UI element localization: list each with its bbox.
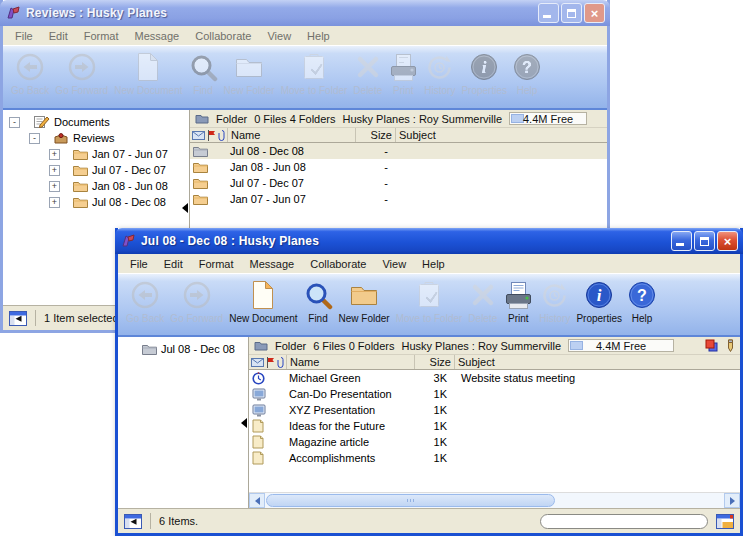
status-progress-box bbox=[540, 514, 708, 529]
column-header-name[interactable]: Name bbox=[228, 128, 356, 142]
menu-message[interactable]: Message bbox=[127, 27, 188, 45]
list-row-can-do-presentation[interactable]: Can-Do Presentation1K bbox=[249, 386, 740, 402]
list-row-jul-07-dec-07[interactable]: Jul 07 - Dec 07- bbox=[190, 175, 607, 191]
list-row-ideas-for-the-future[interactable]: Ideas for the Future1K bbox=[249, 418, 740, 434]
titlebar[interactable]: Reviews : Husky Planes × bbox=[0, 0, 610, 26]
menu-message[interactable]: Message bbox=[242, 255, 303, 273]
toolbar-button-label: Delete bbox=[468, 313, 497, 324]
toggle-pane-icon[interactable] bbox=[124, 514, 142, 529]
close-button[interactable]: × bbox=[717, 231, 738, 251]
document-icon bbox=[252, 419, 264, 433]
row-name: Accomplishments bbox=[287, 452, 415, 464]
toolbar-find-button[interactable]: Find bbox=[301, 277, 336, 326]
toolbar-go-forward-button: Go Forward bbox=[167, 277, 226, 326]
document-icon bbox=[252, 435, 264, 449]
folder-gray-icon bbox=[193, 145, 208, 157]
list-row-jul-08-dec-08[interactable]: Jul 08 - Dec 08- bbox=[190, 143, 607, 159]
titlebar[interactable]: Jul 08 - Dec 08 : Husky Planes × bbox=[115, 228, 743, 254]
tree-item-jul-07-dec-07[interactable]: +Jul 07 - Dec 07 bbox=[3, 162, 181, 178]
column-header-row: Name Size Subject bbox=[249, 355, 740, 370]
panel-splitter[interactable] bbox=[240, 337, 248, 508]
menu-format[interactable]: Format bbox=[191, 255, 242, 273]
column-header-name[interactable]: Name bbox=[287, 355, 415, 369]
list-row-jan-08-jun-08[interactable]: Jan 08 - Jun 08- bbox=[190, 159, 607, 175]
tree-item-jan-08-jun-08[interactable]: +Jan 08 - Jun 08 bbox=[3, 178, 181, 194]
menu-format[interactable]: Format bbox=[76, 27, 127, 45]
collapse-panel-icon[interactable] bbox=[241, 418, 247, 428]
menu-view[interactable]: View bbox=[374, 255, 414, 273]
tree-item-label: Documents bbox=[54, 116, 110, 128]
edit-pencil-icon[interactable] bbox=[726, 339, 735, 352]
toolbar: Go BackGo ForwardNew DocumentFindNew Fol… bbox=[118, 274, 740, 337]
view-pages-icon[interactable] bbox=[705, 339, 718, 352]
toolbar-history-button: History bbox=[421, 49, 458, 98]
expand-toggle[interactable]: + bbox=[49, 181, 60, 192]
menu-file[interactable]: File bbox=[122, 255, 156, 273]
scrollbar-track[interactable] bbox=[265, 493, 724, 508]
flag-icon bbox=[266, 357, 275, 368]
row-subject: Website status meeting bbox=[455, 372, 740, 384]
collapse-panel-icon[interactable] bbox=[182, 203, 188, 213]
maximize-button[interactable] bbox=[694, 231, 715, 251]
toolbar-button-label: Properties bbox=[576, 313, 622, 324]
toolbar-print-button[interactable]: Print bbox=[500, 277, 536, 326]
collapse-toggle[interactable]: - bbox=[9, 117, 20, 128]
folder-icon bbox=[73, 148, 88, 160]
tree-item-jan-07-jun-07[interactable]: +Jan 07 - Jun 07 bbox=[3, 146, 181, 162]
minimize-button[interactable] bbox=[538, 3, 559, 23]
tree-item-reviews[interactable]: -Reviews bbox=[3, 130, 181, 146]
tree-item-documents[interactable]: -Documents bbox=[3, 114, 181, 130]
column-header-size[interactable]: Size bbox=[356, 128, 396, 142]
toolbar-new-document-button[interactable]: New Document bbox=[226, 277, 300, 326]
scrollbar-thumb[interactable] bbox=[266, 494, 555, 507]
list-row-magazine-article[interactable]: Magazine article1K bbox=[249, 434, 740, 450]
menu-help[interactable]: Help bbox=[299, 27, 338, 45]
toolbar-new-folder-button[interactable]: New Folder bbox=[336, 277, 393, 326]
expand-toggle[interactable]: + bbox=[49, 165, 60, 176]
tree-item-label: Jul 07 - Dec 07 bbox=[92, 164, 166, 176]
app-icon bbox=[5, 6, 21, 20]
folder-type-label: Folder bbox=[275, 340, 306, 352]
column-header-size[interactable]: Size bbox=[415, 355, 455, 369]
toolbar-help-button[interactable]: ?Help bbox=[625, 277, 659, 326]
go-back-icon bbox=[131, 279, 159, 311]
clock-icon bbox=[252, 372, 265, 385]
maximize-button[interactable] bbox=[561, 3, 582, 23]
minimize-button[interactable] bbox=[671, 231, 692, 251]
scroll-right-button[interactable] bbox=[724, 493, 740, 508]
toolbar-properties-button[interactable]: iProperties bbox=[573, 277, 625, 326]
go-back-icon bbox=[16, 51, 44, 83]
column-header-subject[interactable]: Subject bbox=[396, 128, 607, 142]
scroll-left-button[interactable] bbox=[249, 493, 265, 508]
menu-collaborate[interactable]: Collaborate bbox=[187, 27, 259, 45]
list-row-xyz-presentation[interactable]: XYZ Presentation1K bbox=[249, 402, 740, 418]
row-name: Jul 07 - Dec 07 bbox=[228, 177, 356, 189]
menu-collaborate[interactable]: Collaborate bbox=[302, 255, 374, 273]
tree-item-jul-08-dec-08[interactable]: Jul 08 - Dec 08 bbox=[118, 341, 240, 357]
toggle-pane-icon[interactable] bbox=[9, 311, 27, 326]
collapse-toggle[interactable]: - bbox=[29, 133, 40, 144]
horizontal-scrollbar[interactable] bbox=[249, 492, 740, 508]
split-view-icon[interactable] bbox=[716, 514, 734, 529]
list-row-accomplishments[interactable]: Accomplishments1K bbox=[249, 450, 740, 466]
toolbar-button-label: New Document bbox=[229, 313, 297, 324]
expand-toggle[interactable]: + bbox=[49, 149, 60, 160]
menu-edit[interactable]: Edit bbox=[41, 27, 76, 45]
toolbar-button-label: Find bbox=[193, 85, 212, 96]
menu-help[interactable]: Help bbox=[414, 255, 453, 273]
expand-toggle[interactable]: + bbox=[49, 197, 60, 208]
menu-edit[interactable]: Edit bbox=[156, 255, 191, 273]
list-row-michael-green[interactable]: Michael Green3KWebsite status meeting bbox=[249, 370, 740, 386]
move-to-folder-icon bbox=[301, 51, 327, 83]
toolbar-button-label: Go Back bbox=[126, 313, 164, 324]
tree-item-jul-08-dec-08[interactable]: +Jul 08 - Dec 08 bbox=[3, 194, 181, 210]
history-icon bbox=[425, 51, 454, 83]
toolbar-button-label: Go Forward bbox=[170, 313, 223, 324]
folder-info-bar: Folder 0 Files 4 Folders Husky Planes : … bbox=[190, 110, 607, 128]
menu-view[interactable]: View bbox=[259, 27, 299, 45]
list-row-jan-07-jun-07[interactable]: Jan 07 - Jun 07- bbox=[190, 191, 607, 207]
column-header-subject[interactable]: Subject bbox=[455, 355, 740, 369]
menu-file[interactable]: File bbox=[7, 27, 41, 45]
toolbar-button-label: Properties bbox=[461, 85, 507, 96]
close-button[interactable]: × bbox=[584, 3, 605, 23]
